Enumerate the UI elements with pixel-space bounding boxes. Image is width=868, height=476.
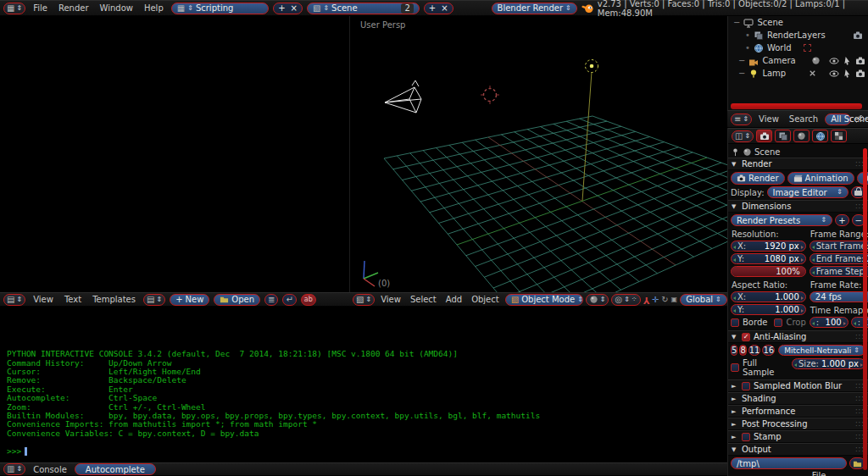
animation-button[interactable]: Animation	[787, 172, 854, 185]
tab-texture[interactable]	[831, 130, 847, 142]
menu-text[interactable]: Text	[61, 295, 85, 304]
outliner-item-lamp[interactable]: − Lamp	[728, 67, 868, 80]
menu-help[interactable]: Help	[141, 3, 167, 13]
panel-header-performance[interactable]: ► Performance :::	[728, 405, 868, 418]
scene-add-remove[interactable]: + ×	[424, 3, 453, 14]
close-layout-icon[interactable]: ×	[291, 3, 298, 13]
resolution-y-field[interactable]: Y:1080 px	[731, 253, 806, 264]
autocomplete-button[interactable]: Autocomplete	[75, 463, 156, 475]
panel-header-post-processing[interactable]: ► Post Processing :::	[728, 418, 868, 430]
editor-type-info-button[interactable]: ▦⇕	[3, 3, 25, 14]
tab-scene[interactable]	[793, 130, 810, 142]
menu-view[interactable]: View	[377, 295, 404, 304]
display-selector[interactable]: Image Editor⇕	[767, 186, 849, 198]
expander-icon[interactable]: −	[738, 69, 745, 78]
pin-icon[interactable]	[731, 147, 740, 157]
new-text-button[interactable]: +New	[170, 294, 209, 306]
antialiasing-checkbox[interactable]: ✓	[742, 333, 750, 341]
full-sample-checkbox[interactable]	[731, 363, 739, 372]
scene-selector[interactable]: ▧ ⇕ Scene 2	[307, 3, 420, 14]
frame-step-field[interactable]: Frame Step:1	[810, 266, 868, 277]
panel-header-shading[interactable]: ► Shading :::	[728, 392, 868, 405]
preset-add-button[interactable]: +	[835, 214, 849, 226]
editor-type-3dview-button[interactable]: ▧⇕	[353, 294, 375, 306]
menu-object[interactable]: Object	[468, 295, 503, 304]
aa-samples-5[interactable]: 5	[731, 345, 737, 356]
border-checkbox[interactable]	[731, 318, 739, 327]
outliner-item-renderlayers[interactable]: • RenderLayers	[728, 29, 868, 42]
pivot-point-selector[interactable]: ◎⇕⁘	[611, 294, 640, 306]
cursor-3d[interactable]	[481, 86, 499, 104]
manipulator-rotate-icon[interactable]: ↻	[661, 296, 668, 304]
menu-templates[interactable]: Templates	[89, 295, 139, 304]
outliner-horizontal-scrollbar[interactable]	[731, 103, 862, 109]
aspect-x-field[interactable]: X:1.000	[731, 291, 806, 302]
transform-orientation-selector[interactable]: Global⇕	[680, 294, 727, 306]
selectable-cursor-icon[interactable]	[843, 56, 852, 65]
menu-window[interactable]: Window	[97, 3, 136, 13]
mode-selector[interactable]: ▧Object Mode ⇕	[505, 294, 583, 306]
menu-console[interactable]: Console	[30, 465, 70, 474]
layout-add-remove[interactable]: + ×	[273, 3, 303, 14]
render-button[interactable]: Render	[731, 172, 785, 185]
frame-rate-selector[interactable]: 24 fps⇕	[810, 291, 868, 302]
eye-icon[interactable]	[829, 56, 839, 66]
tab-render-layers[interactable]	[775, 130, 791, 142]
menu-add[interactable]: Add	[442, 295, 465, 304]
eye-icon[interactable]	[829, 69, 839, 79]
outliner-area[interactable]: − Scene • RenderLayers • World − Camera …	[727, 16, 868, 110]
aa-samples-11[interactable]: 11	[748, 345, 761, 356]
properties-vertical-scrollbar[interactable]	[863, 148, 867, 470]
scene-users-count[interactable]: 2	[401, 3, 413, 14]
menu-view[interactable]: View	[30, 295, 57, 304]
render-presets-selector[interactable]: Render Presets⇕	[731, 214, 832, 226]
outliner-item-camera[interactable]: − Camera	[728, 54, 868, 67]
resolution-scale-slider[interactable]: 100%	[731, 266, 806, 277]
output-path-field[interactable]: /tmp\	[731, 457, 847, 469]
start-frame-field[interactable]: Start Frame:1	[810, 241, 868, 252]
motion-blur-checkbox[interactable]	[742, 382, 750, 390]
panel-header-output[interactable]: ▼ Output :::	[728, 443, 868, 456]
viewport-3d[interactable]: User Persp (0)	[349, 16, 727, 292]
screen-layout-selector[interactable]: ▦ ⇕ Scripting	[171, 3, 269, 14]
editor-type-outliner-button[interactable]: ≡⇕	[731, 113, 752, 125]
python-console-area[interactable]: PYTHON INTERACTIVE CONSOLE 3.4.2 (defaul…	[0, 307, 727, 462]
open-text-button[interactable]: Open	[214, 294, 260, 306]
menu-search[interactable]: Search	[786, 114, 821, 124]
menu-select[interactable]: Select	[407, 295, 440, 304]
aspect-y-field[interactable]: Y:1.000	[731, 304, 806, 315]
end-frame-field[interactable]: End Frame:250	[810, 253, 868, 264]
panel-header-stamp[interactable]: ► Stamp :::	[728, 430, 868, 443]
line-numbers-toggle[interactable]: ≣	[264, 294, 278, 306]
camera-object[interactable]	[385, 80, 421, 113]
outliner-item-world[interactable]: • World	[728, 42, 868, 54]
stamp-checkbox[interactable]	[742, 433, 750, 441]
text-editor-area[interactable]	[0, 16, 349, 292]
tab-render[interactable]	[756, 130, 772, 142]
add-layout-icon[interactable]: +	[278, 3, 285, 13]
manipulator-axes-icon[interactable]: Y	[643, 296, 649, 304]
resolution-x-field[interactable]: X:1920 px	[731, 241, 806, 252]
menu-render[interactable]: Render	[55, 3, 92, 13]
renderable-camera-icon[interactable]	[855, 69, 865, 79]
menu-view[interactable]: View	[755, 114, 782, 124]
outliner-item-scene[interactable]: − Scene	[728, 16, 868, 29]
panel-header-render[interactable]: ▼ Render :::	[728, 158, 868, 170]
remap-old-field[interactable]: :100	[810, 317, 849, 328]
text-datablock-browser[interactable]: ▤⇕	[143, 294, 165, 306]
add-scene-icon[interactable]: +	[429, 3, 436, 13]
expander-icon[interactable]: −	[738, 56, 745, 65]
aa-filter-selector[interactable]: Mitchell-Netravali⇕	[778, 345, 865, 356]
filter-wrench-icon[interactable]	[854, 114, 865, 125]
syntax-highlight-toggle[interactable]: ab	[301, 294, 316, 306]
panel-header-antialiasing[interactable]: ▼ ✓ Anti-Aliasing :::	[728, 330, 868, 343]
editor-type-text-button[interactable]: ▤⇕	[3, 294, 25, 306]
crop-checkbox[interactable]	[774, 318, 782, 327]
editor-type-properties-button[interactable]: ◫⇕	[732, 130, 754, 142]
render-toggle-icon[interactable]	[853, 30, 863, 41]
manipulator-scale-icon[interactable]: ▣	[671, 296, 678, 303]
console-text-cursor[interactable]	[25, 447, 27, 456]
outliner-scope-selector[interactable]: All Scenes⇕	[825, 113, 851, 125]
tab-world[interactable]	[812, 130, 828, 142]
aa-size-field[interactable]: Size:1.000 px	[792, 358, 865, 369]
